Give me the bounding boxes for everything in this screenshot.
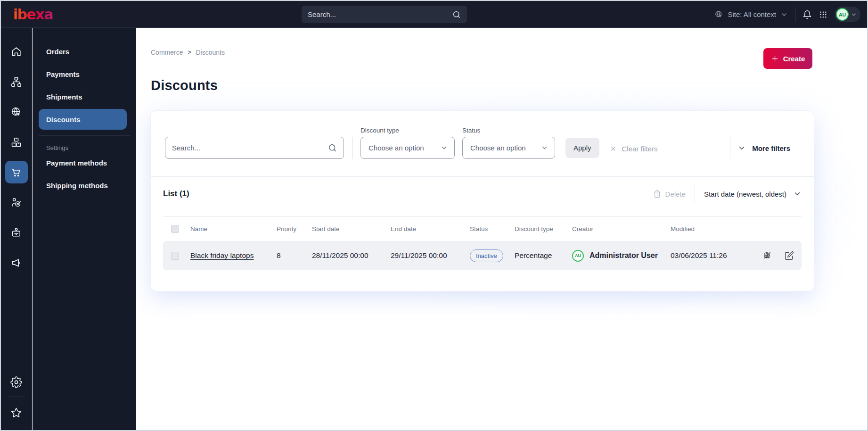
list-actions-divider [695, 185, 695, 203]
search-icon[interactable] [452, 10, 461, 19]
creator-avatar: AU [572, 250, 584, 262]
discount-name-link[interactable]: Black friday laptops [190, 251, 277, 260]
col-modified: Modified [671, 225, 750, 232]
create-button-label: Create [783, 55, 805, 63]
more-filters-button[interactable]: More filters [737, 144, 790, 152]
commerce-cart-icon [10, 166, 22, 178]
close-icon [610, 145, 617, 152]
rail-bottom [5, 371, 28, 430]
rail-divider [8, 397, 25, 397]
rail-item-site[interactable] [5, 100, 28, 123]
site-globe-icon [10, 106, 22, 118]
rail-item-bookmarks[interactable] [5, 401, 28, 424]
avatar: AU [836, 8, 849, 21]
plus-icon [771, 55, 779, 63]
filters-bar: Discount type Choose an option Status Ch… [151, 111, 814, 177]
trash-icon [653, 190, 661, 198]
cell-end-date: 29/11/2025 00:00 [391, 251, 470, 260]
edit-icon[interactable] [785, 251, 794, 261]
menu-item-payments[interactable]: Payments [39, 64, 127, 84]
create-button[interactable]: Create [763, 48, 812, 69]
col-discount-type: Discount type [515, 225, 572, 232]
menu-item-discounts[interactable]: Discounts [39, 109, 127, 130]
creator-name: Administrator User [590, 251, 658, 260]
page-title: Discounts [151, 78, 218, 93]
discount-type-value: Choose an option [368, 144, 424, 152]
filter-divider [352, 137, 352, 159]
clear-filters-button[interactable]: Clear filters [610, 145, 658, 153]
sort-selector[interactable]: Start date (newest, oldest) [704, 190, 802, 198]
select-all-checkbox[interactable] [171, 225, 179, 233]
status-field: Status Choose an option [462, 127, 555, 159]
discount-type-select[interactable]: Choose an option [360, 137, 455, 159]
menu-item-label: Payment methods [46, 159, 107, 167]
menu-item-label: Shipping methods [46, 182, 108, 190]
home-icon [10, 46, 22, 58]
global-search-input[interactable] [308, 10, 452, 18]
rail-item-commerce[interactable] [5, 161, 28, 183]
rail-item-company[interactable] [5, 221, 28, 244]
delete-button[interactable]: Delete [653, 190, 686, 198]
list-header: List (1) Delete Start date (newest, olde… [151, 177, 814, 211]
star-icon [10, 407, 22, 419]
user-menu[interactable]: AU [835, 7, 860, 22]
menu-item-label: Payments [46, 70, 80, 78]
discounts-panel: Discount type Choose an option Status Ch… [151, 111, 814, 291]
chevron-down-icon [737, 144, 746, 152]
preview-disabled-icon[interactable] [762, 251, 772, 261]
chevron-down-icon [540, 144, 549, 152]
topbar-right-cluster: Site: All context AU [714, 1, 860, 28]
search-icon[interactable] [328, 143, 337, 152]
row-checkbox[interactable] [171, 252, 179, 260]
menu-item-payment-methods[interactable]: Payment methods [39, 152, 127, 173]
delete-label: Delete [665, 190, 686, 198]
megaphone-icon [10, 257, 22, 269]
rail-item-dashboard[interactable] [5, 40, 28, 63]
status-value: Choose an option [470, 144, 526, 152]
icon-rail [1, 28, 32, 430]
menu-item-label: Discounts [46, 116, 81, 124]
chevron-down-icon [793, 190, 802, 198]
menu-section-label: Settings [46, 144, 136, 151]
chevron-down-icon [780, 11, 788, 18]
discounts-table: Name Priority Start date End date Status… [163, 216, 802, 291]
discount-type-label: Discount type [360, 127, 455, 134]
filter-search[interactable] [165, 137, 344, 159]
menu-item-label: Orders [46, 48, 69, 56]
status-badge: Inactive [470, 249, 503, 262]
menu-item-orders[interactable]: Orders [39, 41, 127, 62]
rail-item-products[interactable] [5, 131, 28, 153]
cell-start-date: 28/11/2025 00:00 [312, 251, 391, 260]
global-search[interactable] [302, 6, 467, 23]
apply-button[interactable]: Apply [565, 138, 599, 158]
breadcrumb-commerce[interactable]: Commerce [151, 49, 183, 56]
cell-priority: 8 [277, 251, 312, 260]
cell-modified: 03/06/2025 11:26 [671, 251, 750, 260]
site-context-selector[interactable]: Site: All context [714, 10, 788, 19]
top-bar: ibexa Site: All context [1, 1, 867, 28]
cell-creator: AU Administrator User [572, 250, 671, 262]
rail-item-content[interactable] [5, 70, 28, 93]
app-grid-icon[interactable] [819, 10, 827, 19]
rail-item-customers[interactable] [5, 191, 28, 214]
site-context-label: Site: All context [728, 10, 776, 18]
filter-divider [730, 134, 730, 159]
topbar-divider [795, 8, 795, 22]
menu-item-shipping-methods[interactable]: Shipping methods [39, 175, 127, 196]
sort-label: Start date (newest, oldest) [704, 190, 786, 198]
filter-search-input[interactable] [172, 144, 328, 152]
menu-item-shipments[interactable]: Shipments [39, 86, 127, 107]
status-select[interactable]: Choose an option [462, 137, 555, 159]
content-tree-icon [10, 76, 22, 88]
rail-item-marketing[interactable] [5, 251, 28, 274]
chevron-down-icon [440, 144, 448, 152]
rail-item-settings[interactable] [5, 371, 28, 393]
breadcrumb-discounts[interactable]: Discounts [196, 49, 224, 56]
notifications-bell-icon[interactable] [802, 10, 812, 19]
discount-type-field: Discount type Choose an option [360, 127, 455, 159]
products-boxes-icon [10, 136, 22, 148]
ibexa-logo[interactable]: ibexa [13, 6, 53, 23]
list-title: List (1) [163, 189, 189, 199]
menu-divider [39, 135, 130, 136]
col-end-date: End date [391, 225, 470, 232]
